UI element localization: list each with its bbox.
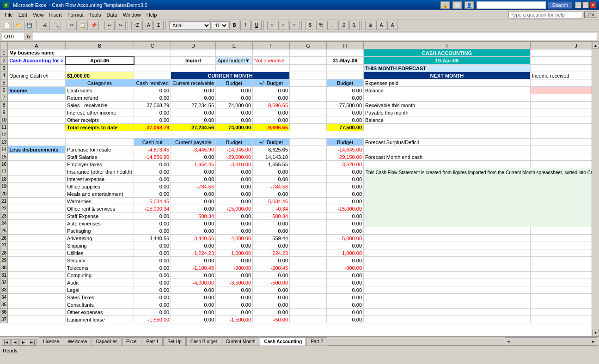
dropdown-arrow[interactable]: ▼: [245, 58, 250, 63]
copy-button[interactable]: 📋: [78, 21, 88, 30]
font-size-selector[interactable]: 10: [212, 21, 228, 30]
tab-welcome[interactable]: Welcome: [64, 337, 92, 346]
bold-button[interactable]: B: [229, 21, 239, 30]
open-button[interactable]: 📂: [13, 21, 23, 30]
underline-button[interactable]: U: [251, 21, 262, 30]
formula-input[interactable]: [33, 33, 597, 40]
scroll-down[interactable]: ▼: [592, 329, 599, 336]
cell-2j: [530, 57, 592, 65]
cell-36i: [364, 309, 531, 316]
menu-file[interactable]: File: [2, 12, 16, 18]
menu-data[interactable]: Data: [104, 12, 120, 18]
income-row-2-cur: 27,234.56: [171, 102, 216, 109]
tab-part2[interactable]: Part 2: [306, 337, 327, 346]
comma-button[interactable]: ,: [327, 21, 337, 30]
disb-19-pm: 0.00: [253, 286, 290, 294]
undo-button[interactable]: ↩: [104, 21, 115, 30]
italic-button[interactable]: I: [240, 21, 251, 30]
disb-21-cp: 0.00: [171, 301, 216, 309]
opening-cash-value[interactable]: $1,000.00: [65, 72, 134, 79]
tab-next-button[interactable]: ►: [19, 339, 27, 346]
row-13: 13 Cash out Current payable Budget +/- B…: [0, 139, 592, 146]
income-row-4-bud: 0.00: [216, 116, 253, 124]
fill-color-button[interactable]: A: [376, 21, 386, 30]
tab-currentmonth[interactable]: Current Month: [222, 337, 260, 346]
cell-7j: [530, 94, 592, 102]
minimize-button[interactable]: _: [575, 2, 581, 8]
sheet-content[interactable]: A B C D E F G H I J 1: [0, 42, 592, 336]
sort-desc-button[interactable]: ↓A: [142, 21, 153, 30]
cut-button[interactable]: ✂: [67, 21, 77, 30]
col-header-f: F: [253, 42, 290, 49]
cell-34i: [364, 294, 531, 301]
help-window-controls[interactable]: _□✕: [584, 12, 597, 18]
tab-excel[interactable]: Excel: [122, 337, 141, 346]
tab-part1[interactable]: Part 1: [142, 337, 163, 346]
tab-prev-button[interactable]: ◄: [11, 339, 19, 346]
preview-button[interactable]: 🔍: [51, 21, 61, 30]
decrease-decimal-button[interactable]: 0.: [349, 21, 360, 30]
font-selector[interactable]: Arial: [169, 21, 211, 30]
borders-button[interactable]: ⊞: [365, 21, 375, 30]
increase-decimal-button[interactable]: .0: [338, 21, 348, 30]
font-color-button[interactable]: A: [387, 21, 397, 30]
cell-36a: [8, 309, 66, 316]
sys-icon-3[interactable]: 👤: [465, 1, 474, 9]
menu-edit[interactable]: Edit: [16, 12, 30, 18]
paste-button[interactable]: 📌: [89, 21, 99, 30]
new-button[interactable]: 📄: [2, 21, 12, 30]
close-button[interactable]: ✕: [590, 2, 596, 8]
tab-cashbudget[interactable]: Cash Budget: [186, 337, 221, 346]
align-left-button[interactable]: ≡: [267, 21, 277, 30]
help-input[interactable]: [508, 11, 582, 18]
redo-button[interactable]: ↪: [116, 21, 126, 30]
tab-capacities[interactable]: Capacities: [92, 337, 122, 346]
vertical-scrollbar[interactable]: ▲ ▼: [592, 42, 599, 336]
cell-reference[interactable]: [2, 33, 25, 40]
month-value[interactable]: April-06: [65, 57, 134, 65]
tab-cashaccounting[interactable]: Cash Accounting: [260, 337, 306, 346]
search-input[interactable]: [477, 1, 546, 9]
currency-button[interactable]: $: [305, 21, 315, 30]
search-button[interactable]: Search: [548, 1, 572, 9]
cell-32j: [530, 279, 592, 286]
cell-26g: [290, 235, 327, 242]
tab-last-button[interactable]: ►|: [28, 339, 37, 346]
title-bar-left: X Microsoft Excel - Cash Flow Accounting…: [3, 2, 147, 8]
menu-help[interactable]: Help: [144, 12, 160, 18]
tab-nav-buttons[interactable]: |◄ ◄ ► ►|: [2, 339, 37, 346]
rownum-14: 14: [0, 146, 8, 153]
disb-4-cat: Interest expense: [65, 176, 134, 183]
sys-icon-2[interactable]: ✉: [452, 1, 462, 9]
menu-tools[interactable]: Tools: [86, 12, 104, 18]
menu-window[interactable]: Window: [120, 12, 144, 18]
scroll-left[interactable]: ◄: [505, 340, 512, 344]
horizontal-scrollbar[interactable]: ◄ ►: [505, 337, 597, 346]
tab-license[interactable]: License: [39, 337, 63, 346]
sys-icon-1[interactable]: 🔒: [440, 1, 450, 9]
scroll-up[interactable]: ▲: [592, 42, 599, 49]
sum-button[interactable]: Σ: [153, 21, 164, 30]
sort-asc-button[interactable]: ↑Z: [131, 21, 141, 30]
restore-button[interactable]: □: [582, 2, 589, 8]
business-name[interactable]: My business name: [8, 49, 171, 57]
import-dropdown[interactable]: April budget: [218, 58, 245, 63]
align-center-button[interactable]: ≡: [278, 21, 288, 30]
scroll-right[interactable]: ►: [590, 340, 597, 344]
menu-view[interactable]: View: [30, 12, 47, 18]
col-header-blank: [0, 42, 8, 49]
menu-format[interactable]: Format: [65, 12, 86, 18]
cell-19g: [290, 183, 327, 190]
save-button[interactable]: 💾: [24, 21, 34, 30]
disb-2-cat: Employer taxes: [65, 161, 134, 168]
formula-bar: fx: [0, 31, 599, 42]
tab-setup[interactable]: Set Up: [163, 337, 186, 346]
print-button[interactable]: 🖨: [40, 21, 50, 30]
rownum-34: 34: [0, 294, 8, 301]
menu-insert[interactable]: Insert: [46, 12, 65, 18]
percent-button[interactable]: %: [316, 21, 326, 30]
import-value[interactable]: April budget ▼: [216, 57, 252, 64]
tab-first-button[interactable]: |◄: [2, 339, 11, 346]
align-right-button[interactable]: ≡: [289, 21, 300, 30]
cell-33i: [364, 286, 531, 294]
